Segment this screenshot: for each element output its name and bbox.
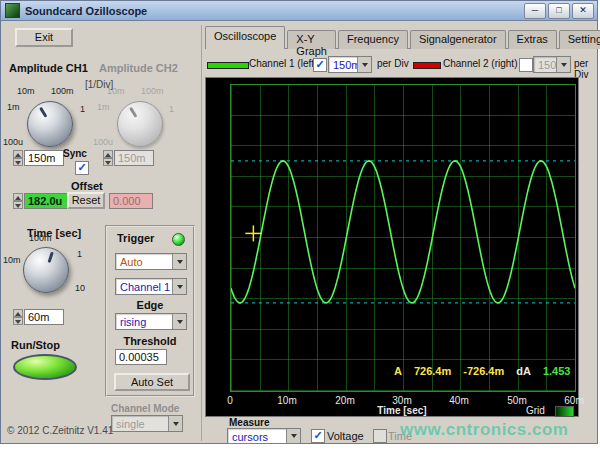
amplitude-ch2-label: Amplitude CH2 [99,62,178,74]
scope-plot-area[interactable] [230,84,576,392]
minimize-button[interactable]: ─ [524,3,546,19]
app-window: Soundcard Ozilloscope ─ □ ✕ Exit Amplitu… [0,0,598,444]
channel2-scale-value: 150m [534,57,556,72]
trigger-source-value: Channel 1 [116,279,172,294]
tab-oscilloscope[interactable]: Oscilloscope [205,26,285,49]
waveform-canvas[interactable] [231,85,575,391]
amplitude-ch1-knob[interactable] [27,101,73,147]
stepper-arrows-icon[interactable] [13,193,23,209]
cursor-readout: A 726.4m -726.4m dA 1.453 [394,365,570,377]
title-bar[interactable]: Soundcard Ozilloscope ─ □ ✕ [1,1,597,21]
chevron-down-icon[interactable] [172,279,186,294]
tab-extras[interactable]: Extras [508,30,557,49]
chevron-down-icon[interactable] [172,314,186,329]
run-stop-button[interactable] [13,354,77,380]
amplitude-ch2-stepper: 150m [103,150,154,166]
trigger-led-icon [172,233,185,246]
close-button[interactable]: ✕ [572,3,594,19]
offset-ch2-value: 0.000 [109,193,153,209]
scope-display: 0 10m 20m 30m 40m 50m 60m Time [sec] Gri… [205,77,579,417]
knob-scale-label: 100u [3,137,23,147]
readout-da-value: 1.453 [543,365,571,377]
trigger-edge-value: rising [116,314,172,329]
panel-divider [201,25,202,441]
readout-da-label: dA [516,365,531,377]
amplitude-ch2-knob [117,101,163,147]
channel1-scale-dropdown[interactable]: 150m [328,56,372,73]
chevron-down-icon[interactable] [286,429,300,443]
knob-scale-label: 10m [3,255,21,265]
exit-button[interactable]: Exit [15,28,73,47]
knob-scale-label: 10m [107,86,125,96]
chevron-down-icon[interactable] [357,57,371,72]
knob-pointer [20,94,81,155]
chevron-down-icon [556,57,570,72]
time-value[interactable]: 60m [24,309,64,325]
trigger-edge-dropdown[interactable]: rising [115,313,187,330]
channel2-color-swatch [413,62,441,69]
auto-set-button[interactable]: Auto Set [114,373,190,391]
trigger-group: Trigger Auto Channel 1 Edge rising Thres… [105,225,195,397]
sync-label: Sync [63,148,87,159]
readout-cursor2-value: -726.4m [463,365,504,377]
channel1-label: Channel 1 (left) [249,58,317,69]
trigger-source-dropdown[interactable]: Channel 1 [115,278,187,295]
measure-mode-value: cursors [228,429,286,443]
channel1-waveform [231,161,575,303]
knob-scale-label: 1 [169,104,174,114]
tab-xy-graph[interactable]: X-Y Graph [287,30,336,49]
voltage-checkbox[interactable] [311,429,325,443]
threshold-input[interactable]: 0.00035 [115,349,167,365]
channel1-scale-value: 150m [329,57,357,72]
chevron-down-icon[interactable] [172,254,186,269]
offset-label: Offset [71,180,103,192]
knob-scale-label: 1m [97,102,110,112]
time-knob[interactable] [23,247,69,293]
readout-cursor1-value: 726.4m [414,365,451,377]
maximize-button[interactable]: □ [548,3,570,19]
channel-mode-label: Channel Mode [111,403,179,414]
reset-button[interactable]: Reset [67,192,105,209]
tab-frequency[interactable]: Frequency [338,30,408,49]
amplitude-ch1-stepper[interactable]: 150m [13,150,64,166]
knob-scale-label: 10m [17,86,35,96]
channel1-color-swatch [207,62,249,69]
voltage-label: Voltage [327,430,364,442]
knob-scale-label: 1 [80,104,85,114]
offset-value[interactable]: 182.0u [24,193,68,209]
time-stepper[interactable]: 60m [13,309,64,325]
cursor-crosshair-icon[interactable] [245,225,261,241]
copyright-text: © 2012 C.Zeitnitz V1.41 [7,425,113,436]
tab-settings[interactable]: Settings [559,30,600,49]
x-axis-label: Time [sec] [230,405,574,416]
grid-intensity-slider[interactable] [555,406,574,417]
run-stop-label: Run/Stop [11,339,60,351]
tab-signalgenerator[interactable]: Signalgenerator [410,30,506,49]
tab-strip: Oscilloscope X-Y Graph Frequency Signalg… [205,29,600,49]
trigger-title: Trigger [117,232,154,244]
knob-scale-label: 1 [77,249,82,259]
channel1-checkbox[interactable] [313,58,327,72]
offset-stepper[interactable]: 182.0u [13,193,68,209]
threshold-label: Threshold [107,335,193,347]
channel2-checkbox[interactable] [519,58,533,72]
trigger-mode-dropdown[interactable]: Auto [115,253,187,270]
stepper-arrows-icon [103,150,113,166]
trigger-mode-value: Auto [116,254,172,269]
knob-pointer [18,242,73,297]
knob-pointer [110,94,171,155]
measure-mode-dropdown[interactable]: cursors [227,428,301,444]
edge-label: Edge [107,299,193,311]
sync-checkbox[interactable] [75,161,89,175]
readout-a-label: A [394,365,402,377]
channel2-label: Channel 2 (right) [443,58,517,69]
amplitude-ch2-value: 150m [114,150,154,166]
stepper-arrows-icon[interactable] [13,150,23,166]
amplitude-ch1-label: Amplitude CH1 [9,62,88,74]
channel-mode-value: single [112,416,168,431]
stepper-arrows-icon[interactable] [13,309,23,325]
grid-label: Grid [526,405,545,416]
knob-scale-label: 100u [93,137,113,147]
chevron-down-icon [168,416,182,431]
amplitude-ch1-value[interactable]: 150m [24,150,64,166]
